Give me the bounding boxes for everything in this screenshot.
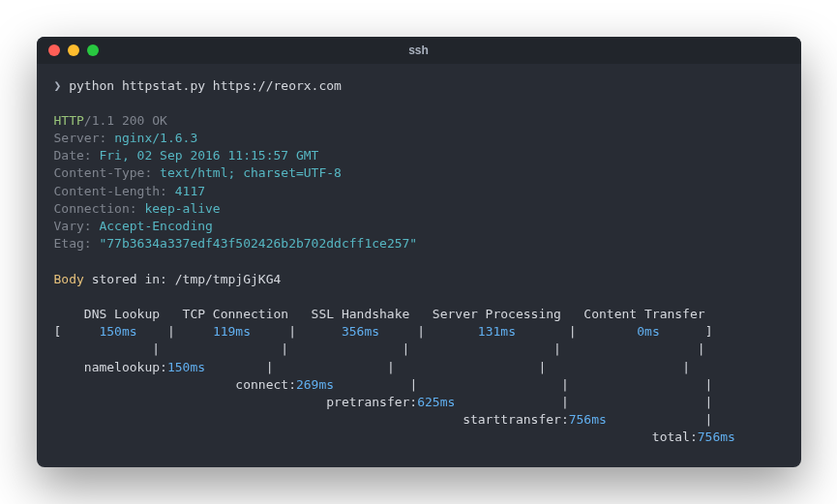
- dns-time: 150ms: [84, 324, 152, 339]
- ssl-time: 356ms: [326, 324, 394, 339]
- close-icon[interactable]: [48, 44, 60, 56]
- timing-values-row: [ 150ms | 119ms | 356ms | 131ms | 0ms ]: [54, 323, 784, 341]
- titlebar: ssh: [37, 37, 801, 64]
- http-proto: HTTP: [54, 113, 84, 128]
- timing-pipe-row: | | | | |: [54, 341, 784, 358]
- starttransfer-value: 756ms: [569, 412, 607, 427]
- http-status-line: HTTP/1.1 200 OK: [54, 112, 784, 130]
- prompt-line: ❯ python httpstat.py https://reorx.com: [54, 77, 784, 95]
- namelookup-row: namelookup:150ms | | | |: [54, 359, 784, 376]
- prompt-symbol: ❯: [54, 78, 62, 93]
- transfer-time: 0ms: [622, 324, 683, 339]
- pretransfer-row: pretransfer:625ms | |: [54, 394, 784, 411]
- starttransfer-row: starttransfer:756ms |: [54, 411, 784, 429]
- body-label: Body: [54, 272, 84, 286]
- minimize-icon[interactable]: [68, 44, 79, 56]
- header-vary: Vary: Accept-Encoding: [54, 218, 784, 235]
- connect-value: 269ms: [296, 377, 334, 392]
- header-date: Date: Fri, 02 Sep 2016 11:15:57 GMT: [54, 147, 784, 164]
- header-content-type: Content-Type: text/html; charset=UTF-8: [54, 164, 784, 182]
- terminal-window: ssh ❯ python httpstat.py https://reorx.c…: [37, 37, 801, 468]
- total-row: total:756ms: [54, 429, 784, 446]
- pretransfer-value: 625ms: [417, 395, 455, 409]
- header-content-length: Content-Length: 4117: [54, 183, 784, 200]
- body-line: Body stored in: /tmp/tmpjGjKG4: [54, 271, 784, 288]
- body-path: /tmp/tmpjGjKG4: [175, 272, 282, 286]
- namelookup-value: 150ms: [167, 360, 205, 374]
- traffic-lights: [48, 44, 99, 56]
- total-value: 756ms: [698, 430, 735, 444]
- http-version: /1.1 200 OK: [84, 113, 167, 128]
- server-time: 131ms: [463, 324, 530, 339]
- connect-row: connect:269ms | | |: [54, 376, 784, 394]
- tcp-time: 119ms: [197, 324, 265, 339]
- zoom-icon[interactable]: [87, 44, 99, 56]
- command-text: python httpstat.py https://reorx.com: [69, 78, 342, 93]
- timing-header: DNS Lookup TCP Connection SSL Handshake …: [54, 306, 784, 323]
- header-etag: Etag: "77b3634a337edf43f502426b2b702ddcf…: [54, 235, 784, 252]
- header-server: Server: nginx/1.6.3: [54, 130, 784, 147]
- header-connection: Connection: keep-alive: [54, 200, 784, 218]
- window-title: ssh: [408, 44, 429, 57]
- terminal-content[interactable]: ❯ python httpstat.py https://reorx.comHT…: [37, 64, 801, 468]
